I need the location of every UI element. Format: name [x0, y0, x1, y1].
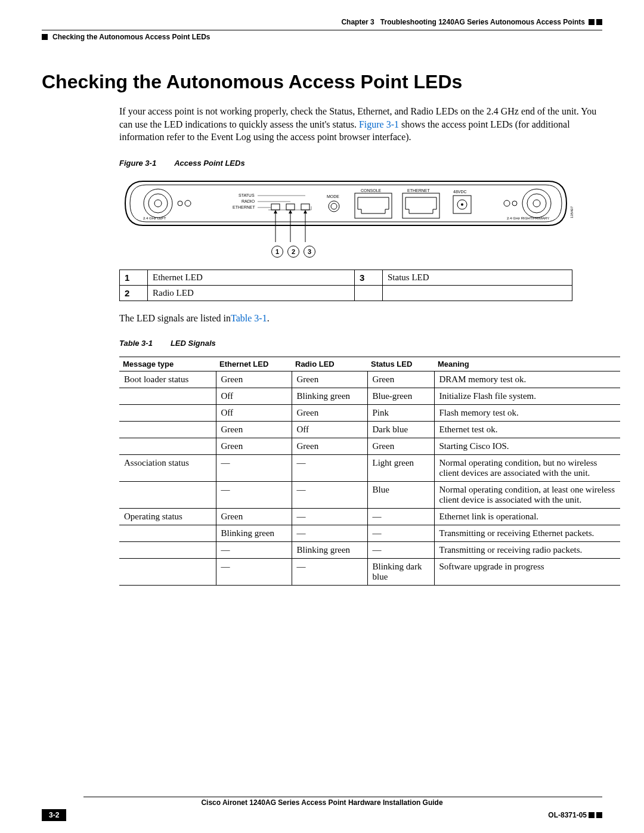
svg-point-2 — [154, 200, 162, 207]
chapter-title: Troubleshooting 1240AG Series Autonomous… — [380, 18, 585, 26]
table-cell: Blinking dark blue — [367, 558, 434, 585]
table-cell — [119, 438, 216, 454]
table-cell: Normal operating condition, but no wirel… — [434, 454, 620, 481]
header-left: Checking the Autonomous Access Point LED… — [42, 33, 602, 41]
table-cell: Normal operating condition, at least one… — [434, 481, 620, 508]
table-cell: — — [292, 454, 367, 481]
page-footer: Cisco Aironet 1240AG Series Access Point… — [42, 797, 602, 821]
table-cell: Software upgrade in progress — [434, 558, 620, 585]
svg-point-6 — [522, 189, 551, 218]
led-signals-table: Message type Ethernet LED Radio LED Stat… — [119, 357, 620, 586]
table-cell: — — [292, 481, 367, 508]
table-cell: Off — [292, 421, 367, 438]
table-cell: Blinking green — [292, 388, 367, 404]
callout-1: 1 — [271, 246, 283, 258]
table-cell: Light green — [367, 454, 434, 481]
table-cell: Blinking green — [216, 525, 292, 541]
table-cell — [119, 404, 216, 421]
table-cell: — — [367, 508, 434, 525]
svg-text:CONSOLE: CONSOLE — [361, 188, 382, 193]
svg-point-4 — [185, 200, 191, 206]
table-cell: Transmitting or receiving radio packets. — [434, 541, 620, 558]
figure-ref-link[interactable]: Figure 3-1 — [359, 119, 399, 129]
svg-text:RADIO: RADIO — [242, 199, 255, 203]
svg-rect-12 — [271, 204, 280, 210]
table-cell: Green — [367, 438, 434, 454]
svg-text:ETHERNET: ETHERNET — [407, 188, 430, 193]
table-cell — [119, 388, 216, 404]
table-cell: Green — [367, 371, 434, 388]
callout-3: 3 — [304, 246, 315, 258]
svg-rect-13 — [286, 204, 295, 210]
table-cell: Transmitting or receiving Ethernet packe… — [434, 525, 620, 541]
svg-point-3 — [178, 201, 182, 206]
chapter-label: Chapter 3 — [341, 18, 374, 26]
table-cell: Green — [292, 404, 367, 421]
table-cell: — — [216, 454, 292, 481]
table-cell: Boot loader status — [119, 371, 216, 388]
svg-marker-35 — [289, 210, 292, 213]
svg-rect-14 — [301, 204, 309, 210]
table-cell: Off — [216, 404, 292, 421]
table-cell: — — [216, 481, 292, 508]
table-cell: Blue-green — [367, 388, 434, 404]
svg-text:ETHERNET: ETHERNET — [233, 205, 255, 209]
table-cell: Operating status — [119, 508, 216, 525]
svg-rect-24 — [355, 193, 392, 218]
page-title: Checking the Autonomous Access Point LED… — [42, 71, 602, 93]
table-cell — [119, 558, 216, 585]
table-cell: Green — [292, 438, 367, 454]
svg-marker-37 — [304, 210, 307, 213]
doc-id: OL-8371-05 — [548, 811, 587, 819]
table-cell — [119, 541, 216, 558]
svg-point-1 — [148, 194, 168, 213]
table-cell: Ethernet link is operational. — [434, 508, 620, 525]
table-cell — [119, 481, 216, 508]
table-cell: — — [292, 558, 367, 585]
table-ref-link[interactable]: Table 3-1 — [231, 313, 267, 323]
svg-text:2.4 GHz LEFT: 2.4 GHz LEFT — [143, 216, 166, 220]
svg-marker-33 — [274, 210, 277, 213]
table-cell: Blue — [367, 481, 434, 508]
table-cell: Green — [216, 438, 292, 454]
table-cell: — — [292, 525, 367, 541]
table-cell: Green — [292, 371, 367, 388]
svg-point-8 — [533, 200, 540, 207]
svg-point-9 — [512, 201, 517, 206]
table-cell: Blinking green — [292, 541, 367, 558]
table-cell: Green — [216, 508, 292, 525]
svg-point-21 — [329, 201, 339, 212]
svg-point-10 — [504, 200, 510, 206]
svg-text:STATUS: STATUS — [239, 193, 255, 197]
table-caption: Table 3-1LED Signals — [119, 339, 602, 348]
table-cell: — — [367, 525, 434, 541]
table-cell — [119, 421, 216, 438]
section-label: Checking the Autonomous Access Point LED… — [52, 33, 210, 41]
table-cell: Pink — [367, 404, 434, 421]
footer-book-title: Cisco Aironet 1240AG Series Access Point… — [42, 798, 602, 807]
table-cell: Off — [216, 388, 292, 404]
device-diagram: 135497 2.4 GHz LEFT 2.4 GHz RIGHT/PRIMAR… — [119, 176, 572, 258]
intro-paragraph: If your access point is not working prop… — [119, 105, 602, 144]
table-cell — [119, 525, 216, 541]
table-intro: The LED signals are listed inTable 3-1. — [119, 313, 602, 324]
table-cell: Association status — [119, 454, 216, 481]
svg-text:MODE: MODE — [327, 194, 339, 199]
table-cell: Flash memory test ok. — [434, 404, 620, 421]
table-cell: DRAM memory test ok. — [434, 371, 620, 388]
table-cell: Green — [216, 371, 292, 388]
figure-caption: Figure 3-1Access Point LEDs — [119, 159, 602, 168]
svg-rect-26 — [402, 193, 439, 218]
table-cell: Ethernet test ok. — [434, 421, 620, 438]
svg-point-0 — [144, 189, 172, 218]
callout-2: 2 — [287, 246, 299, 258]
table-cell: — — [292, 508, 367, 525]
svg-point-30 — [461, 203, 463, 206]
svg-point-22 — [331, 203, 337, 209]
svg-point-7 — [527, 194, 546, 213]
table-cell: Starting Cisco IOS. — [434, 438, 620, 454]
table-cell: Green — [216, 421, 292, 438]
svg-text:48VDC: 48VDC — [453, 190, 467, 194]
svg-text:2.4 GHz RIGHT/PRIMARY: 2.4 GHz RIGHT/PRIMARY — [507, 216, 549, 220]
table-cell: — — [367, 541, 434, 558]
